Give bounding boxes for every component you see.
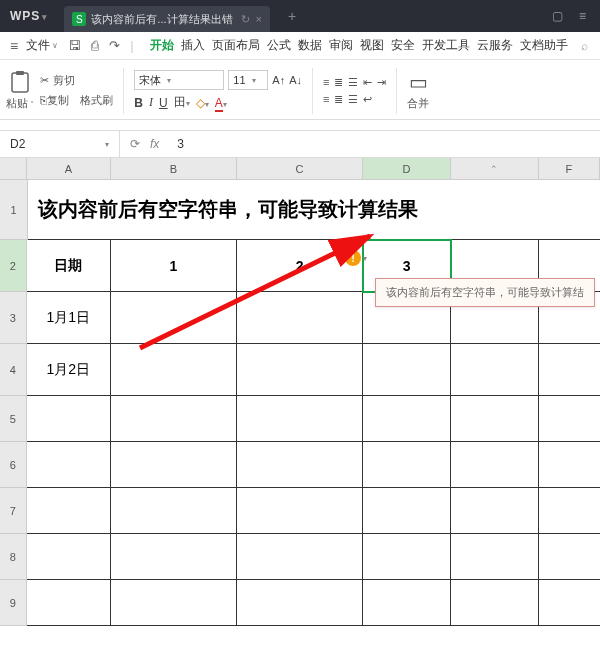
search-icon[interactable]: ⌕ (575, 39, 594, 53)
cell-f5[interactable] (539, 396, 600, 442)
cell-f4[interactable] (539, 344, 600, 396)
more-icon[interactable]: ↷ (109, 38, 120, 53)
indent-right-icon[interactable]: ⇥ (377, 76, 386, 89)
cell-a5[interactable] (27, 396, 111, 442)
cell-b9[interactable] (111, 580, 237, 626)
cell-a6[interactable] (27, 442, 111, 488)
cell-c4[interactable] (237, 344, 363, 396)
indent-left-icon[interactable]: ⇤ (363, 76, 372, 89)
cell-a3[interactable]: 1月1日 (27, 292, 111, 344)
error-indicator[interactable]: ! ▾ (345, 250, 367, 266)
col-header-d[interactable]: D (363, 158, 451, 180)
cell-a9[interactable] (27, 580, 111, 626)
cell-c6[interactable] (237, 442, 363, 488)
bold-button[interactable]: B (134, 96, 143, 110)
title-cell[interactable]: 该内容前后有空字符串，可能导致计算结果 (28, 180, 600, 240)
font-name-dropdown[interactable]: 宋体▾ (134, 70, 224, 90)
cut-button[interactable]: ✂剪切 (40, 73, 113, 88)
underline-button[interactable]: U (159, 96, 168, 110)
cell-b3[interactable] (111, 292, 237, 344)
window-menu-icon[interactable]: ≡ (579, 9, 586, 23)
cell-c8[interactable] (237, 534, 363, 580)
tab-refresh-icon[interactable]: ↻ (241, 13, 250, 26)
align-left-icon[interactable]: ≡ (323, 93, 329, 106)
hamburger-icon[interactable]: ≡ (6, 38, 22, 54)
cell-e8[interactable] (451, 534, 539, 580)
cell-b7[interactable] (111, 488, 237, 534)
align-center-icon[interactable]: ≣ (334, 93, 343, 106)
select-all-corner[interactable] (0, 158, 27, 180)
row-header-1[interactable]: 1 (0, 180, 28, 240)
cell-b8[interactable] (111, 534, 237, 580)
row-header-4[interactable]: 4 (0, 344, 27, 396)
menu-formula[interactable]: 公式 (267, 37, 291, 54)
cell-b2[interactable]: 1 (111, 240, 237, 292)
col-header-a[interactable]: A (27, 158, 111, 180)
expand-icon[interactable]: ⌃ (490, 164, 498, 174)
border-button[interactable]: 田▾ (174, 94, 190, 111)
new-tab-button[interactable]: + (288, 8, 296, 24)
name-box[interactable]: D2▾ (0, 131, 120, 157)
cell-e7[interactable] (451, 488, 539, 534)
cell-d5[interactable] (363, 396, 451, 442)
file-menu[interactable]: 文件∨ (22, 37, 62, 54)
reload-icon[interactable]: ⟳ (130, 137, 140, 151)
align-right-icon[interactable]: ☰ (348, 93, 358, 106)
row-header-9[interactable]: 9 (0, 580, 27, 626)
paste-button[interactable]: 粘贴 ˅ (6, 70, 34, 111)
cell-d8[interactable] (363, 534, 451, 580)
copy-button[interactable]: ⎘复制 (40, 93, 69, 108)
cell-c9[interactable] (237, 580, 363, 626)
row-header-8[interactable]: 8 (0, 534, 27, 580)
print-icon[interactable]: ⎙ (91, 38, 99, 53)
menu-dochelper[interactable]: 文档助手 (520, 37, 568, 54)
increase-font-button[interactable]: A↑ (272, 74, 285, 86)
tab-close-icon[interactable]: × (256, 13, 262, 26)
menu-view[interactable]: 视图 (360, 37, 384, 54)
cell-f9[interactable] (539, 580, 600, 626)
cell-a7[interactable] (27, 488, 111, 534)
cell-c2[interactable]: 2 (237, 240, 363, 292)
row-header-7[interactable]: 7 (0, 488, 27, 534)
italic-button[interactable]: I (149, 95, 153, 110)
menu-insert[interactable]: 插入 (181, 37, 205, 54)
font-size-dropdown[interactable]: 11▾ (228, 70, 268, 90)
align-bot-icon[interactable]: ☰ (348, 76, 358, 89)
cell-d7[interactable] (363, 488, 451, 534)
cell-d4[interactable] (363, 344, 451, 396)
cell-c3[interactable] (237, 292, 363, 344)
menu-start[interactable]: 开始 (150, 37, 174, 54)
cell-b5[interactable] (111, 396, 237, 442)
align-mid-icon[interactable]: ≣ (334, 76, 343, 89)
merge-button[interactable]: ▭ 合并 (407, 70, 429, 111)
spreadsheet-grid[interactable]: A B C D ⌃ F 1 该内容前后有空字符串，可能导致计算结果 2 日期 1… (0, 158, 600, 626)
row-header-5[interactable]: 5 (0, 396, 27, 442)
col-header-c[interactable]: C (237, 158, 363, 180)
formula-input[interactable]: 3 (169, 137, 600, 151)
document-tab[interactable]: S 该内容前后有...计算结果出错 ↻ × (64, 6, 270, 32)
menu-data[interactable]: 数据 (298, 37, 322, 54)
menu-layout[interactable]: 页面布局 (212, 37, 260, 54)
cell-e4[interactable] (451, 344, 539, 396)
cell-d6[interactable] (363, 442, 451, 488)
format-painter-button[interactable]: 格式刷 (80, 93, 113, 108)
menu-dev[interactable]: 开发工具 (422, 37, 470, 54)
row-header-2[interactable]: 2 (0, 240, 27, 292)
col-header-e[interactable]: ⌃ (451, 158, 539, 180)
cell-a4[interactable]: 1月2日 (27, 344, 111, 396)
cell-e9[interactable] (451, 580, 539, 626)
col-header-b[interactable]: B (111, 158, 237, 180)
decrease-font-button[interactable]: A↓ (289, 74, 302, 86)
wrap-icon[interactable]: ↩ (363, 93, 372, 106)
cell-c7[interactable] (237, 488, 363, 534)
menu-security[interactable]: 安全 (391, 37, 415, 54)
cell-b4[interactable] (111, 344, 237, 396)
fx-icon[interactable]: fx (150, 137, 159, 151)
cell-a2[interactable]: 日期 (27, 240, 111, 292)
menu-cloud[interactable]: 云服务 (477, 37, 513, 54)
menu-review[interactable]: 审阅 (329, 37, 353, 54)
row-header-6[interactable]: 6 (0, 442, 27, 488)
row-header-3[interactable]: 3 (0, 292, 27, 344)
cell-b6[interactable] (111, 442, 237, 488)
cell-f7[interactable] (539, 488, 600, 534)
